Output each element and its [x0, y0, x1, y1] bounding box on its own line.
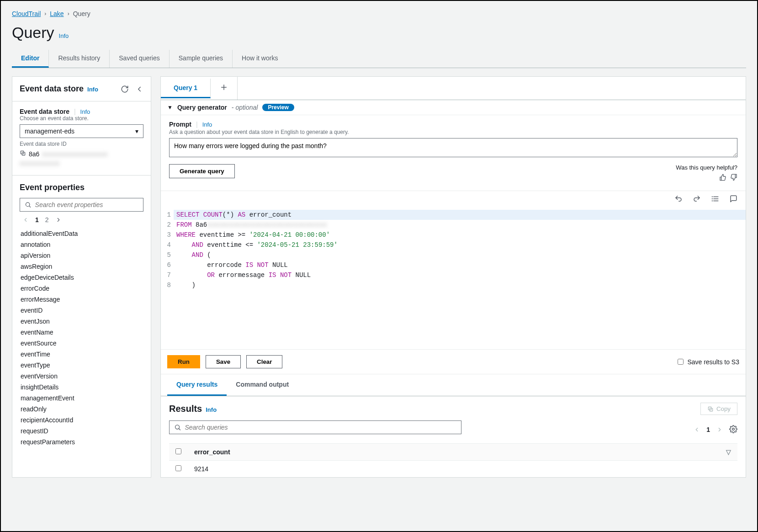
- results-title: Results: [169, 404, 202, 414]
- prop-item[interactable]: eventVersion: [20, 371, 143, 382]
- results-page: 1: [706, 426, 710, 433]
- results-next-icon[interactable]: [716, 426, 723, 433]
- sort-icon[interactable]: ▽: [726, 448, 731, 456]
- prop-item[interactable]: eventTime: [20, 349, 143, 360]
- preview-badge: Preview: [262, 104, 294, 111]
- prop-item[interactable]: eventJson: [20, 316, 143, 327]
- prompt-input[interactable]: [169, 138, 737, 157]
- tab-sample-queries[interactable]: Sample queries: [170, 50, 233, 68]
- undo-icon[interactable]: [674, 195, 683, 204]
- results-search[interactable]: [169, 420, 461, 434]
- thumbs-down-icon[interactable]: [730, 174, 737, 182]
- prop-item[interactable]: edgeDeviceDetails: [20, 272, 143, 283]
- prop-item[interactable]: errorCode: [20, 283, 143, 294]
- prop-item[interactable]: requestID: [20, 426, 143, 436]
- eds-id-redacted: xxxxxxxxxxxxxxxxxx: [42, 150, 108, 158]
- tab-query-results[interactable]: Query results: [167, 374, 227, 396]
- eds-id-label: Event data store ID: [20, 141, 143, 147]
- prop-item[interactable]: eventName: [20, 327, 143, 338]
- add-query-tab[interactable]: [211, 77, 238, 100]
- breadcrumb: CloudTrail › Lake › Query: [12, 10, 746, 17]
- helpful-label: Was this query helpful?: [676, 164, 737, 171]
- results-search-input[interactable]: [185, 424, 456, 431]
- chevron-right-icon: ›: [68, 11, 69, 17]
- prop-item[interactable]: annotation: [20, 239, 143, 250]
- search-icon: [25, 201, 32, 208]
- page-title: Query: [12, 24, 54, 42]
- main-tabs: Editor Results history Saved queries Sam…: [12, 50, 746, 68]
- settings-icon[interactable]: [729, 425, 737, 435]
- clear-button[interactable]: Clear: [246, 355, 282, 368]
- line-gutter: 12345678: [161, 208, 174, 349]
- props-page-2[interactable]: 2: [45, 216, 49, 223]
- query-generator-optional: - optional: [232, 104, 258, 111]
- prop-item[interactable]: readOnly: [20, 404, 143, 415]
- redo-icon[interactable]: [693, 195, 701, 204]
- results-col-header[interactable]: error_count: [194, 448, 230, 456]
- save-button[interactable]: Save: [206, 355, 241, 368]
- query-tab-1[interactable]: Query 1: [161, 79, 211, 98]
- prompt-hint: Ask a question about your event data sto…: [169, 129, 737, 135]
- row-checkbox[interactable]: [175, 465, 181, 471]
- crumb-lake[interactable]: Lake: [50, 10, 64, 17]
- prop-item[interactable]: recipientAccountId: [20, 415, 143, 426]
- eds-select-value: management-eds: [25, 128, 74, 135]
- caret-down-icon: ▼: [167, 104, 173, 111]
- prop-item[interactable]: apiVersion: [20, 250, 143, 261]
- results-table: error_count▽ 9214: [169, 443, 737, 477]
- prompt-label: Prompt: [169, 121, 191, 128]
- query-generator-title: Query generator: [177, 104, 227, 111]
- plus-icon: [220, 83, 228, 91]
- eds-id-value: 8a6: [29, 150, 39, 158]
- caret-down-icon: ▾: [135, 128, 138, 135]
- page-info-link[interactable]: Info: [59, 32, 69, 39]
- eds-field-info[interactable]: Info: [80, 108, 90, 115]
- prompt-info-link[interactable]: Info: [202, 121, 212, 128]
- results-prev-icon[interactable]: [694, 426, 700, 433]
- crumb-query: Query: [73, 10, 90, 17]
- props-page-1[interactable]: 1: [35, 216, 39, 223]
- copy-button[interactable]: Copy: [700, 403, 737, 415]
- table-row[interactable]: 9214: [169, 461, 737, 478]
- tab-how-it-works[interactable]: How it works: [233, 50, 287, 68]
- prop-item[interactable]: eventType: [20, 360, 143, 371]
- collapse-icon[interactable]: [135, 85, 143, 93]
- comment-icon[interactable]: [729, 195, 737, 204]
- thumbs-up-icon[interactable]: [719, 174, 726, 182]
- tab-command-output[interactable]: Command output: [227, 374, 298, 396]
- prop-item[interactable]: eventSource: [20, 338, 143, 349]
- prop-item[interactable]: requestParameters: [20, 436, 143, 447]
- tab-saved-queries[interactable]: Saved queries: [110, 50, 170, 68]
- select-all-checkbox[interactable]: [175, 448, 181, 454]
- crumb-cloudtrail[interactable]: CloudTrail: [12, 10, 41, 17]
- prop-item[interactable]: errorMessage: [20, 294, 143, 305]
- prop-item[interactable]: awsRegion: [20, 261, 143, 272]
- event-props-title: Event properties: [20, 183, 143, 192]
- tab-results-history[interactable]: Results history: [49, 50, 110, 68]
- eds-panel-title: Event data store: [20, 84, 84, 94]
- eds-id-redacted-2: xxxxxxxxxxx: [20, 160, 143, 167]
- props-next-icon[interactable]: [55, 217, 62, 223]
- format-icon[interactable]: [711, 195, 719, 204]
- tab-editor[interactable]: Editor: [12, 50, 49, 68]
- eds-select[interactable]: management-eds ▾: [20, 124, 143, 138]
- event-props-search-input[interactable]: [35, 201, 138, 208]
- generate-query-button[interactable]: Generate query: [169, 164, 235, 178]
- prop-item[interactable]: insightDetails: [20, 382, 143, 393]
- event-props-search[interactable]: [20, 198, 143, 212]
- save-to-s3-input[interactable]: [678, 359, 684, 365]
- save-to-s3-checkbox[interactable]: Save results to S3: [678, 358, 739, 366]
- event-props-list: additionalEventData annotation apiVersio…: [20, 228, 143, 447]
- eds-info-link[interactable]: Info: [87, 86, 98, 93]
- query-generator-header[interactable]: ▼ Query generator - optional Preview: [161, 100, 746, 115]
- sql-editor[interactable]: 12345678 SELECT COUNT(*) AS error_count …: [161, 208, 746, 350]
- prop-item[interactable]: eventID: [20, 305, 143, 316]
- copy-icon[interactable]: [20, 150, 26, 158]
- props-prev-icon[interactable]: [22, 217, 29, 223]
- search-icon: [174, 424, 181, 431]
- prop-item[interactable]: additionalEventData: [20, 228, 143, 239]
- results-info-link[interactable]: Info: [206, 406, 217, 413]
- refresh-icon[interactable]: [121, 85, 129, 93]
- prop-item[interactable]: managementEvent: [20, 393, 143, 404]
- run-button[interactable]: Run: [167, 355, 200, 368]
